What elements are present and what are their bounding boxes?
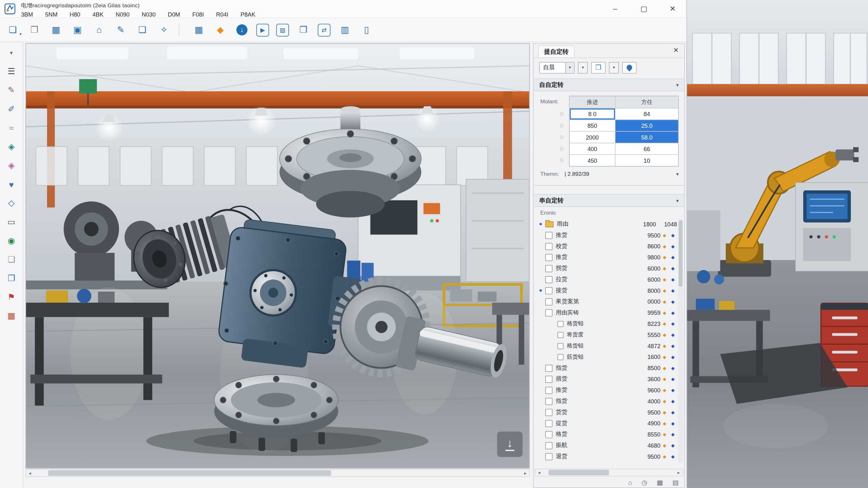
tree-row[interactable]: ◆ 指货 4000 ◆ ◆	[535, 395, 677, 407]
orange-diamond-icon[interactable]: ◆	[660, 288, 669, 293]
blue-diamond-icon[interactable]: ◆	[669, 376, 677, 382]
collapse-chevron-icon[interactable]: ▾	[4, 46, 19, 59]
tree-row[interactable]: ◆ 用由宾铸 9959 ◆ ◆	[535, 307, 677, 318]
table-cell-selected[interactable]: 25.0	[615, 120, 678, 131]
orange-diamond-icon[interactable]: ◆	[660, 388, 669, 393]
prism-icon[interactable]: ◈	[4, 159, 19, 172]
viewport-horizontal-scrollbar[interactable]: ◄ ►	[25, 469, 530, 477]
table-cell[interactable]: 8 0	[570, 108, 615, 120]
row-checkbox[interactable]	[545, 431, 553, 438]
orange-diamond-icon[interactable]: ◆	[660, 321, 669, 326]
blue-diamond-icon[interactable]: ◆	[669, 310, 677, 315]
row-checkbox[interactable]	[545, 232, 553, 239]
rectangle-tool-icon[interactable]: ▭	[4, 215, 19, 228]
row-checkbox[interactable]	[545, 397, 553, 405]
tree-row[interactable]: ◆ 推货 9600 ◆ ◆	[535, 385, 677, 396]
diamond-tool-icon[interactable]: ◆ ▾	[213, 23, 227, 37]
grid-status-icon[interactable]: ▦	[657, 479, 663, 486]
tree-vertical-scrollbar[interactable]	[678, 218, 683, 463]
folder-icon[interactable]: ❏	[4, 253, 19, 266]
row-checkbox[interactable]	[545, 442, 553, 449]
table-grid-icon[interactable]: ▦ ▾	[191, 23, 206, 37]
row-checkbox[interactable]	[557, 354, 563, 360]
orange-diamond-icon[interactable]: ◆	[660, 399, 669, 404]
blue-diamond-icon[interactable]: ◆	[669, 299, 677, 304]
layers-icon[interactable]: ☰	[4, 65, 19, 78]
blue-diamond-icon[interactable]: ◆	[669, 421, 677, 426]
row-checkbox[interactable]	[545, 298, 553, 305]
blue-diamond-icon[interactable]: ◆	[669, 255, 677, 260]
tree-row[interactable]: ◆ 推货 9500 ◆ ◆	[535, 230, 677, 241]
row-checkbox[interactable]	[545, 364, 553, 372]
menu-item[interactable]: D0M	[168, 11, 180, 18]
orange-diamond-icon[interactable]: ◆	[660, 255, 669, 260]
tree-row[interactable]: ◆ 格货钼 8223 ◆ ◆	[535, 318, 677, 329]
scroll-thumb[interactable]	[679, 220, 683, 287]
orange-diamond-icon[interactable]: ◆	[660, 432, 669, 437]
tree-row[interactable]: ◆ 格货 8550 ◆ ◆	[535, 429, 677, 440]
orange-diamond-icon[interactable]: ◆	[660, 376, 669, 382]
row-checkbox[interactable]	[545, 254, 553, 261]
blue-diamond-icon[interactable]: ◆	[669, 277, 677, 282]
dropdown-button[interactable]: ▾	[578, 62, 588, 73]
dropdown-button-2[interactable]: ▾	[609, 62, 619, 73]
row-checkbox[interactable]	[545, 375, 553, 383]
tree-row[interactable]: ◆ 振航 4680 ◆ ◆	[535, 440, 677, 451]
device-icon[interactable]: ▯ ▾	[359, 23, 374, 37]
solid-heart-icon[interactable]: ♥	[4, 178, 19, 191]
style-dropdown[interactable]: 自晨 ▾	[539, 62, 575, 73]
clipboard-icon[interactable]: ▣ ▾	[70, 23, 85, 37]
film-strip-icon[interactable]: ▥ ▾	[338, 23, 352, 37]
scroll-thumb[interactable]	[549, 470, 609, 475]
row-handle-icon[interactable]: ◇	[560, 119, 563, 131]
minimize-button[interactable]: –	[609, 4, 621, 12]
blue-diamond-icon[interactable]: ◆	[669, 410, 677, 415]
blue-diamond-icon[interactable]: ◆	[669, 244, 677, 249]
tree-row[interactable]: ◆ 提货 4900 ◆ ◆	[535, 418, 677, 429]
row-checkbox[interactable]	[545, 243, 553, 250]
cube-view-button[interactable]: ❒	[591, 62, 606, 73]
edit-page-icon[interactable]: ✎ ▾	[114, 23, 128, 37]
blue-folder-icon[interactable]: ❐	[4, 272, 19, 285]
tree-row[interactable]: ◆ 推货 9800 ◆ ◆	[535, 252, 677, 263]
scroll-thumb[interactable]	[48, 470, 331, 476]
tree-row[interactable]: ◆ 退货 9500 ◆ ◆	[535, 451, 677, 462]
row-checkbox[interactable]	[557, 321, 563, 327]
menu-item[interactable]: R04I	[216, 11, 228, 18]
tree-row[interactable]: ◆ 校货 8600 ◆ ◆	[535, 241, 677, 252]
measure-dots-icon[interactable]: ≈	[4, 121, 19, 134]
scroll-left-arrow[interactable]: ◄	[535, 469, 543, 476]
scroll-track[interactable]	[543, 469, 675, 476]
blue-diamond-icon[interactable]: ◆	[669, 432, 677, 437]
tree-row[interactable]: ◆ 指货 8500 ◆ ◆	[535, 362, 677, 373]
open-folder-icon[interactable]: ❒ ▾	[27, 23, 41, 37]
menu-item[interactable]: 4BK	[93, 11, 104, 18]
3d-viewport[interactable]: ↓	[25, 43, 530, 468]
section-header-tree[interactable]: 串自定转 ▾	[533, 194, 684, 207]
blue-diamond-icon[interactable]: ◆	[669, 366, 677, 371]
scroll-right-arrow[interactable]: ►	[675, 469, 682, 476]
tree-row[interactable]: ◆ 措货 3600 ◆ ◆	[535, 373, 677, 385]
orange-diamond-icon[interactable]: ◆	[660, 343, 669, 348]
row-checkbox[interactable]	[557, 332, 563, 338]
orange-diamond-icon[interactable]: ◆	[660, 332, 669, 337]
table-cell[interactable]: 400	[570, 143, 615, 154]
blue-diamond-icon[interactable]: ◆	[669, 332, 677, 337]
section-header-parameters[interactable]: 自自定转 ▾	[533, 79, 684, 91]
table-cell-selected[interactable]: 58.0	[615, 131, 678, 143]
menu-item[interactable]: N030	[142, 11, 156, 18]
tree-row[interactable]: ◆ 雨由 1800 1048 ◆ ◆	[535, 218, 677, 230]
menu-item[interactable]: N090	[116, 11, 130, 18]
table-cell[interactable]: 450	[570, 154, 615, 166]
tree-row[interactable]: ◆ 拉货 6000 ◆ ◆	[535, 274, 677, 285]
orange-diamond-icon[interactable]: ◆	[660, 299, 669, 304]
menu-item[interactable]: F08I	[192, 11, 204, 18]
row-checkbox[interactable]	[545, 309, 553, 316]
tree-row[interactable]: ◆ 果货案第 0000 ◆ ◆	[535, 296, 677, 307]
orange-diamond-icon[interactable]: ◆	[660, 266, 669, 271]
row-checkbox[interactable]	[545, 408, 553, 416]
blue-diamond-icon[interactable]: ◆	[669, 343, 677, 348]
panel-tab[interactable]: 提自定转	[538, 45, 575, 58]
sync-icon[interactable]: ⇄ ▾	[318, 24, 330, 36]
image-tool-icon[interactable]: ▨ ▾	[276, 24, 289, 36]
